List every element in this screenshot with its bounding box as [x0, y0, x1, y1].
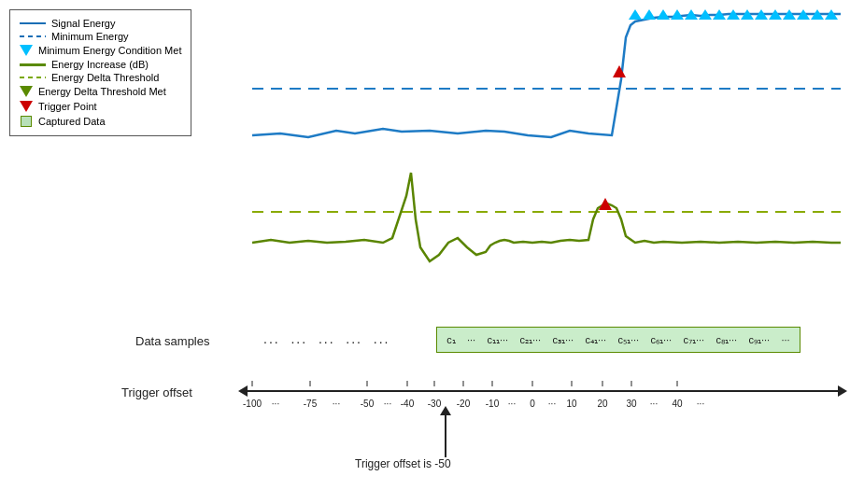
energy-increase-curve	[252, 173, 841, 261]
min-condition-triangles	[629, 9, 838, 20]
captured-data-marker-icon	[20, 115, 33, 128]
main-container: Signal Energy Minimum Energy Minimum Ene…	[0, 0, 850, 504]
svg-text:···: ···	[697, 399, 704, 409]
arrow-up-head-icon	[440, 406, 451, 415]
svg-text:-40: -40	[401, 399, 415, 409]
legend-item-min-condition: Minimum Energy Condition Met	[20, 44, 181, 57]
svg-text:-75: -75	[304, 399, 318, 409]
cell-c71: c₇₁···	[683, 334, 704, 346]
energy-increase-line-icon	[20, 63, 46, 66]
square-green-icon	[21, 116, 32, 127]
trigger-point-label: Trigger Point	[38, 101, 97, 112]
min-energy-line-icon	[20, 35, 46, 37]
svg-text:···: ···	[650, 399, 658, 409]
data-samples-dots-before: ··· ··· ··· ··· ···	[263, 334, 390, 349]
legend-item-trigger-point: Trigger Point	[20, 100, 181, 113]
trigger-offset-label: Trigger offset	[121, 385, 192, 399]
trigger-red-upper	[613, 65, 626, 77]
arrow-up-line-icon	[445, 415, 446, 457]
trigger-point-marker-icon	[20, 100, 33, 113]
svg-text:10: 10	[566, 399, 577, 409]
data-samples-label: Data samples	[135, 334, 209, 348]
cell-dots1: ···	[467, 334, 475, 345]
svg-text:20: 20	[597, 399, 608, 409]
svg-marker-0	[629, 9, 642, 20]
svg-text:30: 30	[626, 399, 637, 409]
svg-text:0: 0	[530, 399, 535, 409]
triangle-down-blue-icon	[20, 45, 33, 56]
axis-ticks-svg: -100 ··· -75 ··· -50 ··· -40 -30 -20 -10…	[243, 381, 845, 409]
delta-threshold-met-label: Energy Delta Threshold Met	[38, 86, 166, 97]
min-condition-label: Minimum Energy Condition Met	[38, 45, 181, 56]
min-condition-marker-icon	[20, 44, 33, 57]
triangle-down-green-icon	[20, 86, 33, 97]
min-energy-label: Minimum Energy	[51, 31, 129, 42]
svg-marker-2	[657, 9, 670, 20]
cell-c31: c₃₁···	[552, 334, 574, 346]
svg-text:···: ···	[333, 399, 340, 409]
legend-item-signal-energy: Signal Energy	[20, 18, 181, 29]
signal-energy-label: Signal Energy	[51, 18, 116, 29]
cell-c21: c₂₁···	[519, 334, 541, 346]
trigger-offset-arrow	[440, 406, 451, 457]
triangle-down-red-icon	[20, 101, 33, 112]
cell-c91: c₉₁···	[748, 334, 770, 346]
cell-c61: c₆₁···	[650, 334, 672, 346]
captured-data-box: c₁ ··· c₁₁··· c₂₁··· c₃₁··· c₄₁··· c₅₁··…	[436, 327, 800, 353]
delta-threshold-line-icon	[20, 77, 46, 78]
svg-marker-3	[671, 9, 684, 20]
svg-text:-100: -100	[243, 399, 262, 409]
svg-text:···: ···	[384, 399, 391, 409]
cell-c51: c₅₁···	[617, 334, 639, 346]
svg-text:-20: -20	[457, 399, 471, 409]
energy-increase-label: Energy Increase (dB)	[51, 59, 149, 70]
legend-item-captured-data: Captured Data	[20, 115, 181, 128]
legend-item-min-energy: Minimum Energy	[20, 31, 181, 42]
svg-marker-1	[643, 9, 656, 20]
chart-svg	[252, 5, 841, 322]
signal-energy-curve	[252, 14, 841, 137]
cell-c41: c₄₁···	[585, 334, 606, 346]
svg-text:-10: -10	[486, 399, 500, 409]
trigger-offset-note: Trigger offset is -50	[355, 457, 451, 470]
legend-item-delta-threshold: Energy Delta Threshold	[20, 72, 181, 83]
legend-item-delta-threshold-met: Energy Delta Threshold Met	[20, 85, 181, 98]
cell-c1: c₁	[446, 334, 456, 346]
legend-box: Signal Energy Minimum Energy Minimum Ene…	[9, 9, 191, 136]
legend-item-energy-increase: Energy Increase (dB)	[20, 59, 181, 70]
cell-c11: c₁₁···	[487, 334, 508, 346]
svg-text:···: ···	[548, 399, 556, 409]
delta-threshold-met-marker-icon	[20, 85, 33, 98]
signal-energy-line-icon	[20, 22, 46, 24]
cell-dots2: ···	[781, 334, 789, 345]
svg-text:-50: -50	[361, 399, 375, 409]
svg-text:···: ···	[508, 399, 516, 409]
svg-text:40: 40	[672, 399, 683, 409]
captured-data-label: Captured Data	[38, 116, 106, 127]
cell-c81: c₈₁···	[715, 334, 737, 346]
delta-threshold-label: Energy Delta Threshold	[51, 72, 159, 83]
svg-text:···: ···	[272, 399, 279, 409]
